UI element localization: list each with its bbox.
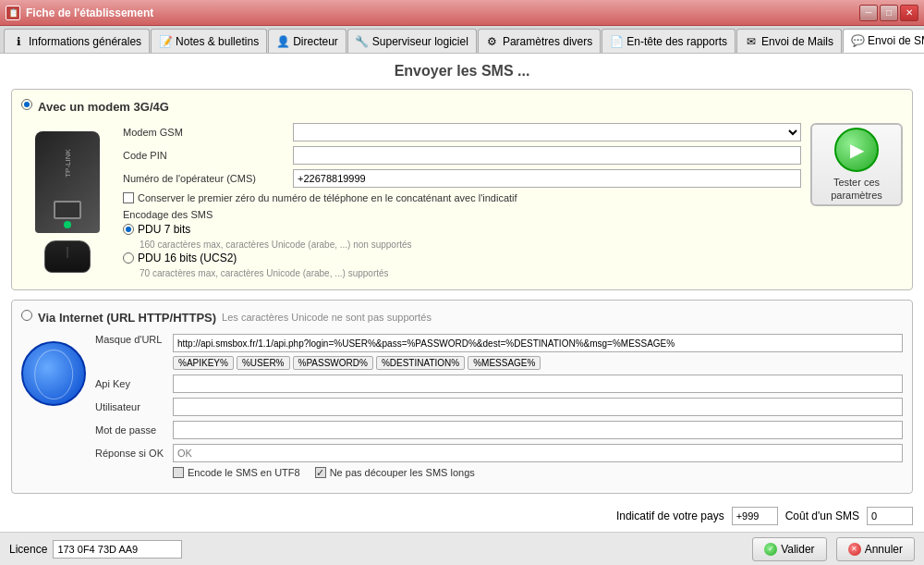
api-key-label: Api Key	[95, 378, 169, 389]
indicatif-input[interactable]	[732, 507, 778, 525]
tag-message[interactable]: %MESSAGE%	[468, 356, 541, 370]
valider-button[interactable]: ✓ Valider	[752, 537, 826, 561]
internet-layout: Masque d'URL %APIKEY% %USER% %PASSWORD% …	[21, 334, 903, 484]
modem-usb-illustration	[35, 131, 100, 233]
ne-pas-decouper-row: ✓ Ne pas découper les SMS longs	[315, 467, 475, 478]
mail-icon: ✉	[745, 35, 758, 48]
utilisateur-label: Utilisateur	[95, 401, 169, 412]
annuler-icon: ✕	[848, 543, 861, 556]
tab-mails[interactable]: ✉ Envoi de Mails	[736, 29, 842, 53]
pdu7-label: PDU 7 bits	[138, 223, 190, 236]
modem-layout: Modem GSM Code PIN Numéro de l'opérateur…	[21, 123, 903, 280]
tab-sms[interactable]: 💬 Envoi de SMS	[843, 29, 924, 53]
annuler-button[interactable]: ✕ Annuler	[836, 537, 915, 561]
main-content: Envoyer les SMS ... Avec un modem 3G/4G	[0, 54, 924, 532]
pdu16-radio[interactable]	[123, 252, 134, 264]
licence-label: Licence	[9, 543, 47, 556]
encode-sms-checkbox[interactable]	[173, 467, 184, 478]
utilisateur-input[interactable]	[173, 398, 903, 416]
pdu7-option: PDU 7 bits 160 caractères max, caractère…	[123, 223, 801, 250]
pdu7-sub: 160 caractères max, caractères Unicode (…	[140, 240, 801, 250]
pdu16-radio-group: PDU 16 bits (UCS2)	[123, 252, 801, 264]
masque-url-input[interactable]	[173, 334, 903, 352]
mot-de-passe-row: Mot de passe	[95, 421, 903, 439]
pdu16-option: PDU 16 bits (UCS2) 70 caractères max, ca…	[123, 252, 801, 278]
params-icon: ⚙	[486, 35, 499, 48]
licence-area: Licence	[9, 540, 182, 559]
masque-url-label: Masque d'URL	[95, 334, 169, 345]
entete-icon: 📄	[610, 35, 623, 48]
tag-destination[interactable]: %DESTINATION%	[376, 356, 465, 370]
tabs-bar: ℹ Informations générales 📝 Notes & bulle…	[0, 26, 924, 54]
modem-gsm-select[interactable]	[293, 123, 801, 141]
modem-radio-group	[21, 99, 32, 110]
encodage-label: Encodage des SMS	[123, 209, 801, 220]
numero-operateur-row: Numéro de l'opérateur (CMS)	[123, 169, 801, 188]
title-bar: 📋 Fiche de l'établissement ─ □ ✕	[0, 0, 924, 26]
mot-de-passe-input[interactable]	[173, 421, 903, 439]
modem-image	[21, 123, 114, 280]
test-button[interactable]: ▶ Tester cesparamètres	[810, 123, 903, 206]
code-pin-label: Code PIN	[123, 150, 289, 161]
numero-operateur-input[interactable]	[293, 169, 801, 188]
tab-params[interactable]: ⚙ Paramètres divers	[478, 29, 601, 53]
page-title: Envoyer les SMS ...	[11, 63, 913, 80]
notes-icon: 📝	[159, 35, 172, 48]
cout-label: Coût d'un SMS	[785, 510, 859, 522]
conserver-checkbox[interactable]	[123, 192, 134, 203]
internet-section-title: Via Internet (URL HTTP/HTTPS)	[38, 311, 216, 325]
tab-entete[interactable]: 📄 En-tête des rapports	[602, 29, 736, 53]
tab-directeur[interactable]: 👤 Directeur	[268, 29, 346, 53]
tag-password[interactable]: %PASSWORD%	[293, 356, 373, 370]
api-key-row: Api Key	[95, 375, 903, 393]
encode-sms-row: Encode le SMS en UTF8	[173, 467, 300, 478]
internet-header: Via Internet (URL HTTP/HTTPS) Les caract…	[21, 310, 903, 325]
conserver-label: Conserver le premier zéro du numéro de t…	[138, 192, 517, 203]
masque-url-row: Masque d'URL	[95, 334, 903, 352]
tab-superviseur[interactable]: 🔧 Superviseur logiciel	[347, 29, 477, 53]
window-controls: ─ □ ✕	[859, 5, 918, 21]
internet-section: Via Internet (URL HTTP/HTTPS) Les caract…	[11, 300, 913, 494]
api-key-input[interactable]	[173, 375, 903, 393]
close-button[interactable]: ✕	[900, 5, 918, 21]
test-button-icon: ▶	[834, 128, 879, 172]
checkboxes-row: Encode le SMS en UTF8 ✓ Ne pas découper …	[173, 467, 903, 484]
utilisateur-row: Utilisateur	[95, 398, 903, 416]
bottom-bar: Licence ✓ Valider ✕ Annuler	[0, 532, 924, 565]
mouse-illustration	[44, 240, 91, 273]
tag-apikey[interactable]: %APIKEY%	[173, 356, 234, 370]
sms-icon: 💬	[851, 34, 864, 47]
code-pin-input[interactable]	[293, 146, 801, 165]
reponse-si-ok-row: Réponse si OK	[95, 444, 903, 462]
tag-user[interactable]: %USER%	[237, 356, 290, 370]
pdu7-radio-group: PDU 7 bits	[123, 223, 801, 236]
minimize-button[interactable]: ─	[859, 5, 878, 21]
tab-informations-generales[interactable]: ℹ Informations générales	[4, 29, 150, 53]
window-title: Fiche de l'établissement	[26, 6, 153, 19]
modem-gsm-row: Modem GSM	[123, 123, 801, 141]
reponse-si-ok-input[interactable]	[173, 444, 903, 462]
cout-input[interactable]	[867, 507, 913, 525]
valider-icon: ✓	[764, 543, 777, 556]
encoding-section: Encodage des SMS PDU 7 bits 160 caractèr…	[123, 209, 801, 278]
mot-de-passe-label: Mot de passe	[95, 424, 169, 436]
superviseur-icon: 🔧	[356, 35, 369, 48]
ne-pas-decouper-checkbox[interactable]: ✓	[315, 467, 326, 478]
tab-notes-bulletins[interactable]: 📝 Notes & bulletins	[151, 29, 267, 53]
internet-radio[interactable]	[21, 310, 32, 321]
test-button-label: Tester cesparamètres	[831, 176, 882, 203]
modem-section-title: Avec un modem 3G/4G	[38, 100, 169, 114]
usb-light	[64, 221, 71, 228]
modem-section: Avec un modem 3G/4G Modem GSM Co	[11, 89, 913, 290]
maximize-button[interactable]: □	[880, 5, 898, 21]
internet-fields: Masque d'URL %APIKEY% %USER% %PASSWORD% …	[95, 334, 903, 484]
app-icon: 📋	[6, 6, 20, 20]
modem-radio[interactable]	[21, 99, 32, 110]
pdu16-label: PDU 16 bits (UCS2)	[138, 252, 237, 264]
unicode-notice: Les caractères Unicode ne sont pas suppo…	[222, 312, 432, 323]
conserver-checkbox-row: Conserver le premier zéro du numéro de t…	[123, 192, 801, 203]
internet-radio-group	[21, 310, 32, 321]
licence-input[interactable]	[53, 540, 182, 559]
modem-fields: Modem GSM Code PIN Numéro de l'opérateur…	[123, 123, 801, 280]
pdu7-radio[interactable]	[123, 224, 134, 235]
